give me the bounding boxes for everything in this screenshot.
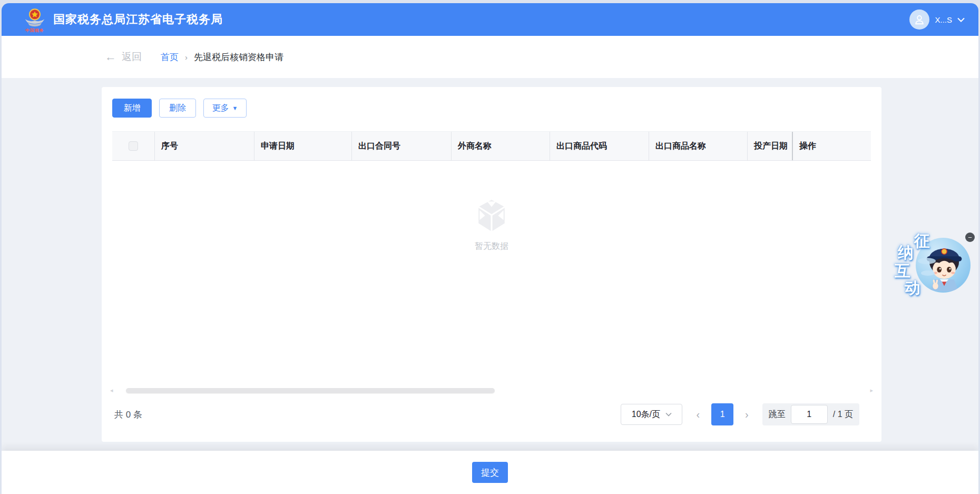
select-all-checkbox[interactable] [129,141,138,151]
empty-text: 暂无数据 [475,241,508,252]
main-card: 新增 删除 更多 ▼ 序号 申请日期 出口合同号 外商名称 出口商品代码 出口商… [102,87,881,442]
breadcrumb-separator: › [185,53,188,62]
table-header-row: 序号 申请日期 出口合同号 外商名称 出口商品代码 出口商品名称 投产日期 操作 [112,131,871,161]
scrollbar-thumb[interactable] [126,388,495,393]
prev-page-button[interactable]: ‹ [694,409,702,421]
cloud-decoration [918,258,936,264]
total-count: 共 0 条 [114,409,142,421]
col-export-commodity-name: 出口商品名称 [649,132,747,160]
total-pages: / 1 页 [833,409,853,420]
select-all-cell [112,132,154,160]
person-icon [914,14,925,25]
assistant-char: 征 [914,230,930,252]
next-page-button[interactable]: › [743,409,751,421]
breadcrumb-home-link[interactable]: 首页 [161,51,179,63]
more-dropdown-button[interactable]: 更多 ▼ [203,99,247,118]
app-window: 中国税务 国家税务总局江苏省电子税务局 X...S ← 返回 首页 › 先退税后… [2,3,978,494]
empty-box-icon [476,199,507,233]
pagination-bar: 共 0 条 10条/页 ‹ 1 › 跳至 / 1 页 [114,403,859,425]
assistant-char: 动 [905,277,920,299]
footer-action-bar: 提交 [2,451,978,494]
content-area: 新增 删除 更多 ▼ 序号 申请日期 出口合同号 外商名称 出口商品代码 出口商… [2,78,978,451]
col-foreign-merchant: 外商名称 [451,132,550,160]
jump-label: 跳至 [769,409,786,420]
page-title: 国家税务总局江苏省电子税务局 [53,12,223,27]
col-export-commodity-code: 出口商品代码 [550,132,649,160]
user-avatar[interactable] [909,9,929,30]
tax-assistant-widget[interactable]: 征 纳 互 动 − [895,230,975,299]
jump-to-page-group: 跳至 / 1 页 [762,403,859,425]
page-size-value: 10条/页 [632,409,660,420]
col-production-date: 投产日期 [747,132,792,160]
jump-page-input[interactable] [791,405,828,424]
col-export-contract-no: 出口合同号 [351,132,451,160]
assistant-minimize-button[interactable]: − [965,233,975,242]
col-actions: 操作 [792,132,871,160]
select-chevron-icon [665,412,672,416]
user-menu[interactable]: X...S [909,9,965,30]
scroll-right-icon[interactable]: ▸ [870,387,873,394]
breadcrumb: ← 返回 首页 › 先退税后核销资格申请 [2,36,978,78]
cloud-decoration [921,270,935,276]
more-label: 更多 [212,103,229,114]
tax-emblem-icon [24,7,45,28]
back-arrow-icon: ← [105,51,116,63]
empty-state: 暂无数据 [112,199,871,252]
col-apply-date: 申请日期 [254,132,351,160]
back-button[interactable]: ← 返回 [105,50,142,64]
page-1-button[interactable]: 1 [711,403,733,425]
col-serial-no: 序号 [154,132,254,160]
submit-button[interactable]: 提交 [472,462,508,483]
horizontal-scrollbar: ◂ ▸ [112,388,871,394]
add-button[interactable]: 新增 [112,99,152,118]
breadcrumb-current: 先退税后核销资格申请 [194,51,283,63]
page-size-select[interactable]: 10条/页 [621,404,682,425]
pager-controls: 10条/页 ‹ 1 › 跳至 / 1 页 [621,403,859,425]
back-label: 返回 [122,50,142,64]
top-header: 中国税务 国家税务总局江苏省电子税务局 X...S [2,3,978,36]
user-name: X...S [935,15,952,24]
tax-emblem-logo: 中国税务 [23,7,47,35]
caret-down-icon: ▼ [232,105,238,111]
toolbar: 新增 删除 更多 ▼ [112,87,871,118]
header-brand: 中国税务 国家税务总局江苏省电子税务局 [23,4,223,35]
delete-button[interactable]: 删除 [159,99,196,118]
chevron-down-icon [957,17,965,22]
scroll-left-icon[interactable]: ◂ [110,387,113,394]
logo-caption: 中国税务 [25,28,44,32]
